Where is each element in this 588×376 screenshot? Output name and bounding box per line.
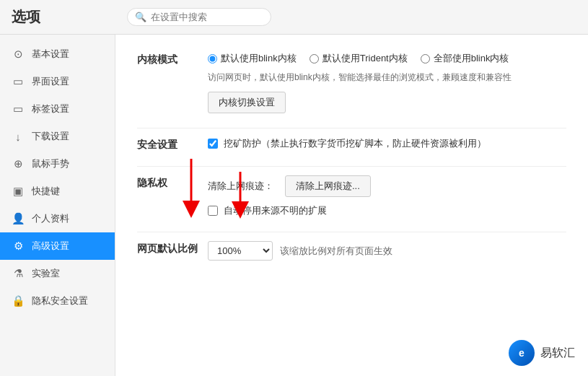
mining-protection-checkbox-row[interactable]: 挖矿防护（禁止执行数字货币挖矿脚本，防止硬件资源被利用）	[208, 137, 566, 150]
kernel-label: 内核模式	[137, 52, 202, 66]
kernel-content: 默认使用blink内核 默认使用Trident内核 全部使用blink内核 访问…	[208, 52, 566, 113]
sidebar-item-lab[interactable]: ⚗ 实验室	[0, 260, 115, 287]
search-input[interactable]	[151, 12, 266, 22]
kernel-switch-button[interactable]: 内核切换设置	[208, 92, 286, 113]
sidebar-label-ui: 界面设置	[32, 75, 69, 88]
sidebar-label-download: 下载设置	[32, 130, 69, 143]
sidebar-item-shortcuts[interactable]: ▣ 快捷键	[0, 178, 115, 205]
sidebar: ⊙ 基本设置 ▭ 界面设置 ▭ 标签设置 ↓ 下载设置 ⊕ 鼠标手势 ▣ 快捷键…	[0, 35, 115, 376]
zoom-description: 该缩放比例对所有页面生效	[280, 245, 392, 258]
sidebar-label-advanced: 高级设置	[32, 240, 69, 253]
shortcuts-settings-icon: ▣	[12, 185, 25, 198]
divider-1	[137, 128, 566, 128]
profile-settings-icon: 👤	[12, 212, 25, 225]
sidebar-item-tabs[interactable]: ▭ 标签设置	[0, 95, 115, 123]
ui-settings-icon: ▭	[12, 75, 25, 88]
zoom-select[interactable]: 75% 90% 100% 110% 125% 150% 175% 200%	[208, 241, 273, 261]
radio-trident-default-input[interactable]	[310, 54, 319, 64]
radio-trident-default[interactable]: 默认使用Trident内核	[310, 52, 408, 65]
sidebar-label-basic: 基本设置	[32, 48, 69, 61]
sidebar-label-shortcuts: 快捷键	[32, 185, 60, 198]
sidebar-item-basic[interactable]: ⊙ 基本设置	[0, 40, 115, 68]
sidebar-item-profile[interactable]: 👤 个人资料	[0, 205, 115, 232]
sidebar-label-tabs: 标签设置	[32, 102, 69, 115]
unknown-ext-wrapper: 自动停用来源不明的扩展	[208, 204, 566, 217]
security-section: 安全设置 挖矿防护（禁止执行数字货币挖矿脚本，防止硬件资源被利用）	[137, 137, 566, 152]
red-arrow-2	[219, 168, 262, 219]
sidebar-label-lab: 实验室	[32, 267, 60, 280]
privacy-security-icon: 🔒	[12, 294, 25, 307]
watermark-logo: e	[509, 340, 535, 366]
watermark-text: 易软汇	[540, 346, 575, 361]
sidebar-item-privacy-security[interactable]: 🔒 隐私安全设置	[0, 287, 115, 315]
sidebar-item-download[interactable]: ↓ 下载设置	[0, 123, 115, 150]
security-label: 安全设置	[137, 137, 202, 152]
sidebar-label-mouse: 鼠标手势	[32, 157, 69, 170]
lab-settings-icon: ⚗	[12, 267, 25, 280]
radio-blink-default-input[interactable]	[208, 54, 217, 64]
download-settings-icon: ↓	[12, 131, 25, 143]
sidebar-item-advanced[interactable]: ⚙ 高级设置	[0, 232, 115, 260]
watermark: e 易软汇	[509, 340, 575, 366]
radio-blink-all[interactable]: 全部使用blink内核	[421, 52, 509, 65]
red-arrow-1	[170, 155, 213, 220]
privacy-content: 清除上网痕迹： 清除上网痕迹...	[208, 175, 566, 217]
kernel-radio-group: 默认使用blink内核 默认使用Trident内核 全部使用blink内核	[208, 52, 566, 65]
kernel-section: 内核模式 默认使用blink内核 默认使用Trident内核 全部使用blink…	[137, 52, 566, 113]
main-layout: ⊙ 基本设置 ▭ 界面设置 ▭ 标签设置 ↓ 下载设置 ⊕ 鼠标手势 ▣ 快捷键…	[0, 35, 588, 376]
privacy-wrapper: 隐私权 清除上网痕迹： 清除上网痕迹...	[137, 175, 566, 217]
sidebar-item-ui[interactable]: ▭ 界面设置	[0, 68, 115, 95]
radio-blink-default[interactable]: 默认使用blink内核	[208, 52, 297, 65]
search-box[interactable]: 🔍	[127, 8, 271, 26]
content-area: 内核模式 默认使用blink内核 默认使用Trident内核 全部使用blink…	[115, 35, 588, 376]
watermark-logo-text: e	[519, 347, 525, 359]
page-title: 选项	[12, 7, 127, 27]
divider-3	[137, 232, 566, 232]
zoom-label: 网页默认比例	[137, 241, 202, 255]
radio-blink-all-input[interactable]	[421, 54, 430, 64]
search-icon: 🔍	[135, 12, 146, 22]
mining-protection-checkbox[interactable]	[208, 139, 218, 149]
radio-blink-default-label: 默认使用blink内核	[221, 52, 297, 65]
sidebar-item-mouse[interactable]: ⊕ 鼠标手势	[0, 150, 115, 178]
mouse-settings-icon: ⊕	[12, 157, 25, 170]
zoom-section: 网页默认比例 75% 90% 100% 110% 125% 150% 175% …	[137, 241, 566, 261]
top-bar: 选项 🔍	[0, 0, 588, 35]
basic-settings-icon: ⊙	[12, 48, 25, 61]
radio-blink-all-label: 全部使用blink内核	[434, 52, 509, 65]
tabs-settings-icon: ▭	[12, 102, 25, 115]
sidebar-label-privacy-security: 隐私安全设置	[32, 294, 88, 307]
sidebar-label-profile: 个人资料	[32, 212, 69, 225]
radio-trident-default-label: 默认使用Trident内核	[322, 52, 408, 65]
mining-protection-label: 挖矿防护（禁止执行数字货币挖矿脚本，防止硬件资源被利用）	[224, 137, 486, 150]
kernel-description: 访问网页时，默认使用blink内核，智能选择最佳的浏览模式，兼顾速度和兼容性	[208, 71, 566, 84]
advanced-settings-icon: ⚙	[12, 240, 25, 253]
zoom-content: 75% 90% 100% 110% 125% 150% 175% 200% 该缩…	[208, 241, 566, 261]
security-content: 挖矿防护（禁止执行数字货币挖矿脚本，防止硬件资源被利用）	[208, 137, 566, 150]
clear-history-button[interactable]: 清除上网痕迹...	[285, 175, 371, 197]
